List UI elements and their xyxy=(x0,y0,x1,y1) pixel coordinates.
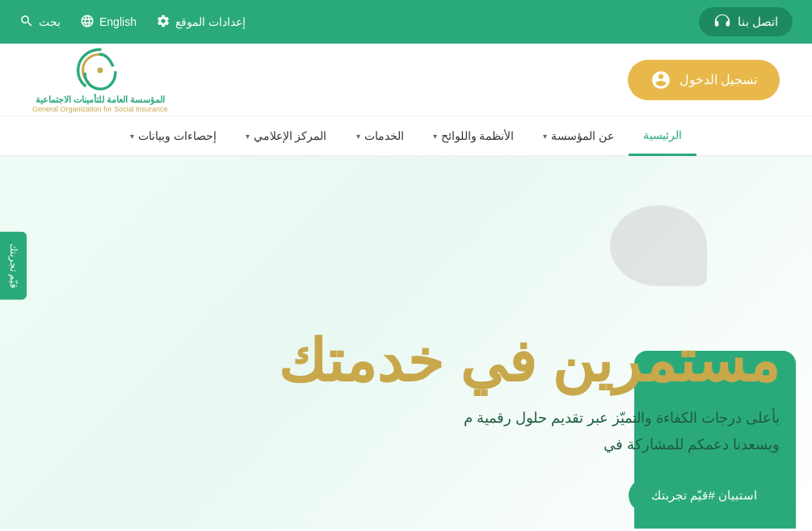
headset-icon xyxy=(713,13,731,31)
nav-item-regulations[interactable]: الأنظمة واللوائح ▾ xyxy=(419,116,529,156)
logo-text-arabic: المؤسسة العامة للتأمينات الاجتماعية xyxy=(36,95,165,105)
nav-regulations-label: الأنظمة واللوائح xyxy=(441,129,515,142)
top-bar: اتصل بنا إعدادات الموقع English xyxy=(0,0,812,44)
user-icon xyxy=(650,70,671,91)
hero-section: مستمرين في خدمتك بأعلى درجات الكفاءة وال… xyxy=(0,157,812,529)
hero-subtext-line1: بأعلى درجات الكفاءة والتميّز عبر تقديم ح… xyxy=(464,410,780,426)
chat-bubble-decoration xyxy=(610,205,707,286)
english-label: English xyxy=(99,15,137,28)
main-nav: الرئيسية عن المؤسسة ▾ الأنظمة واللوائح ▾… xyxy=(0,116,812,157)
hero-subtext: بأعلى درجات الكفاءة والتميّز عبر تقديم ح… xyxy=(32,405,780,457)
nav-services-label: الخدمات xyxy=(364,129,404,142)
nav-item-services[interactable]: الخدمات ▾ xyxy=(342,116,419,156)
chevron-down-icon: ▾ xyxy=(246,132,250,141)
chevron-down-icon: ▾ xyxy=(543,132,547,141)
header: تسجيل الدخول المؤسسة العامة للتأمينات ال… xyxy=(0,44,812,116)
contact-button[interactable]: اتصل بنا xyxy=(699,7,793,36)
nav-about-label: عن المؤسسة xyxy=(551,129,614,142)
english-link[interactable]: English xyxy=(80,14,137,31)
logo-area: المؤسسة العامة للتأمينات الاجتماعية Gene… xyxy=(32,46,168,113)
settings-label: إعدادات الموقع xyxy=(175,15,246,28)
contact-label: اتصل بنا xyxy=(738,15,778,29)
top-bar-left: إعدادات الموقع English بحث xyxy=(19,14,246,31)
settings-icon xyxy=(156,14,170,31)
nav-home-label: الرئيسية xyxy=(643,129,682,141)
nav-item-home[interactable]: الرئيسية xyxy=(629,116,696,156)
logo-icon xyxy=(72,46,128,95)
hero-subtext-line2: ويسعدنا دعمكم للمشاركة في xyxy=(604,436,780,453)
nav-item-about[interactable]: عن المؤسسة ▾ xyxy=(528,116,629,156)
login-label: تسجيل الدخول xyxy=(679,72,757,87)
nav-item-stats[interactable]: إحصاءات وبيانات ▾ xyxy=(116,116,231,156)
search-icon xyxy=(19,14,34,31)
nav-item-media[interactable]: المركز الإعلامي ▾ xyxy=(231,116,342,156)
nav-media-label: المركز الإعلامي xyxy=(254,129,327,142)
login-button[interactable]: تسجيل الدخول xyxy=(628,60,780,100)
settings-link[interactable]: إعدادات الموقع xyxy=(156,14,246,31)
language-icon xyxy=(80,14,95,31)
hero-cta-label: استبيان #قيّم تجربتك xyxy=(651,488,757,503)
logo-text-english: General Organization for Social Insuranc… xyxy=(32,105,168,113)
nav-stats-label: إحصاءات وبيانات xyxy=(138,129,217,142)
chevron-down-icon: ▾ xyxy=(356,132,360,141)
search-link[interactable]: بحث xyxy=(19,14,61,31)
search-label: بحث xyxy=(39,15,61,28)
chevron-down-icon: ▾ xyxy=(433,132,437,141)
top-bar-right: اتصل بنا xyxy=(699,7,793,36)
hero-cta-button[interactable]: استبيان #قيّم تجربتك xyxy=(629,478,780,512)
hero-heading: مستمرين في خدمتك xyxy=(32,330,780,394)
chevron-down-icon: ▾ xyxy=(130,132,134,141)
side-feedback-tab[interactable]: قيّم تجربتك xyxy=(0,231,27,299)
svg-point-0 xyxy=(97,68,103,74)
side-tab-label: قيّم تجربتك xyxy=(8,242,19,288)
